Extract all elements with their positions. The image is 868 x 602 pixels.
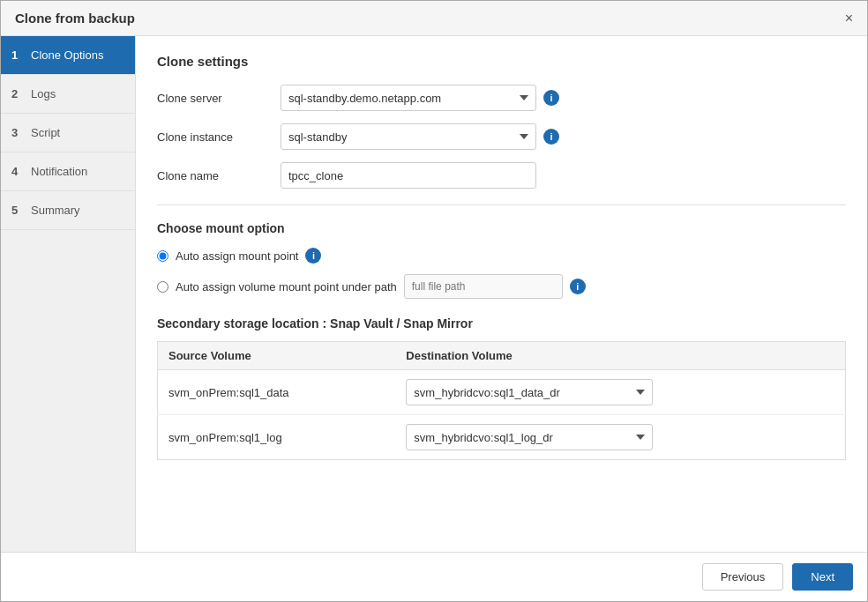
table-header-row: Source Volume Destination Volume (158, 342, 846, 370)
clone-instance-select[interactable]: sql-standby (281, 123, 536, 150)
divider-1 (157, 204, 846, 205)
mount-option-title: Choose mount option (157, 221, 846, 235)
secondary-storage-section: Secondary storage location : Snap Vault … (157, 316, 846, 460)
dest-select-1[interactable]: svm_hybridcvo:sql1_log_dr (406, 424, 653, 450)
auto-assign-radio[interactable] (157, 250, 168, 262)
next-button[interactable]: Next (792, 563, 853, 591)
clone-settings-title: Clone settings (157, 54, 846, 69)
dest-cell-0: svm_hybridcvo:sql1_data_dr (395, 370, 845, 415)
dest-select-0[interactable]: svm_hybridcvo:sql1_data_dr (406, 379, 653, 405)
clone-name-input[interactable] (281, 162, 536, 189)
full-file-path-input[interactable] (404, 274, 563, 299)
clone-server-label: Clone server (157, 92, 272, 105)
clone-instance-label: Clone instance (157, 130, 272, 144)
clone-server-info-icon[interactable]: i (543, 90, 559, 106)
sidebar-item-script[interactable]: 3 Script (1, 114, 135, 152)
sidebar-label-summary: Summary (31, 204, 80, 217)
auto-assign-mount-row: Auto assign mount point i (157, 248, 846, 264)
col-dest: Destination Volume (395, 342, 845, 370)
sidebar-label-clone-options: Clone Options (31, 48, 103, 62)
auto-path-radio[interactable] (157, 281, 168, 293)
sidebar-item-notification[interactable]: 4 Notification (1, 152, 135, 191)
step-num-5: 5 (11, 204, 24, 217)
previous-button[interactable]: Previous (702, 563, 784, 591)
step-num-2: 2 (11, 87, 24, 100)
table-row: svm_onPrem:sql1_datasvm_hybridcvo:sql1_d… (158, 370, 846, 415)
dialog-header: Clone from backup × (1, 1, 867, 36)
sidebar-item-clone-options[interactable]: 1 Clone Options (1, 36, 135, 75)
sidebar-item-logs[interactable]: 2 Logs (1, 75, 135, 114)
close-button[interactable]: × (845, 11, 853, 26)
auto-assign-label: Auto assign mount point (176, 249, 298, 263)
source-cell-1: svm_onPrem:sql1_log (158, 415, 396, 460)
col-source: Source Volume (158, 342, 396, 370)
main-content: Clone settings Clone server sql-standby.… (136, 36, 867, 552)
clone-from-backup-dialog: Clone from backup × 1 Clone Options 2 Lo… (0, 0, 868, 602)
clone-instance-control: sql-standby i (281, 123, 559, 150)
sidebar-item-summary[interactable]: 5 Summary (1, 191, 135, 230)
sidebar: 1 Clone Options 2 Logs 3 Script 4 Notifi… (1, 36, 136, 552)
source-cell-0: svm_onPrem:sql1_data (158, 370, 396, 415)
clone-instance-info-icon[interactable]: i (543, 129, 559, 145)
step-num-4: 4 (11, 165, 24, 178)
step-num-1: 1 (11, 48, 24, 62)
clone-server-control: sql-standby.demo.netapp.com i (281, 85, 559, 111)
dialog-body: 1 Clone Options 2 Logs 3 Script 4 Notifi… (1, 36, 867, 552)
clone-server-row: Clone server sql-standby.demo.netapp.com… (157, 85, 846, 111)
path-info-icon[interactable]: i (570, 279, 586, 294)
clone-name-control (281, 162, 536, 189)
clone-name-row: Clone name (157, 162, 846, 189)
clone-name-label: Clone name (157, 169, 272, 182)
auto-path-mount-row: Auto assign volume mount point under pat… (157, 274, 846, 299)
secondary-storage-title: Secondary storage location : Snap Vault … (157, 316, 846, 331)
dialog-title: Clone from backup (15, 11, 135, 26)
auto-path-label: Auto assign volume mount point under pat… (176, 280, 397, 294)
dialog-footer: Previous Next (1, 552, 867, 601)
auto-assign-info-icon[interactable]: i (305, 248, 321, 264)
clone-server-select[interactable]: sql-standby.demo.netapp.com (281, 85, 536, 111)
clone-instance-row: Clone instance sql-standby i (157, 123, 846, 150)
step-num-3: 3 (11, 126, 24, 139)
storage-table: Source Volume Destination Volume svm_onP… (157, 341, 846, 460)
sidebar-label-script: Script (31, 126, 60, 139)
table-row: svm_onPrem:sql1_logsvm_hybridcvo:sql1_lo… (158, 415, 846, 460)
sidebar-label-notification: Notification (31, 165, 87, 178)
dest-cell-1: svm_hybridcvo:sql1_log_dr (395, 415, 845, 460)
sidebar-label-logs: Logs (31, 87, 56, 100)
